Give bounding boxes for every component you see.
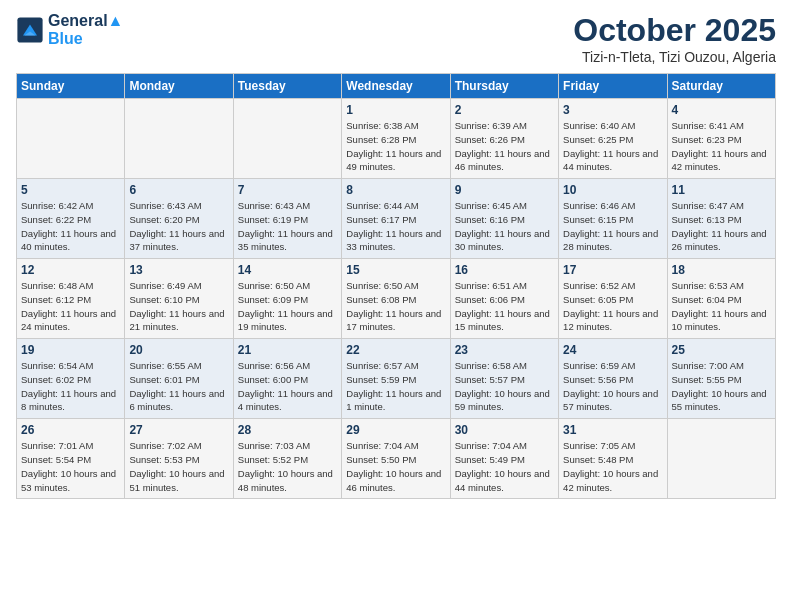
day-number: 11 [672, 183, 771, 197]
day-number: 9 [455, 183, 554, 197]
header-day-thursday: Thursday [450, 74, 558, 99]
day-number: 17 [563, 263, 662, 277]
day-number: 29 [346, 423, 445, 437]
day-info: Sunrise: 6:44 AMSunset: 6:17 PMDaylight:… [346, 199, 445, 254]
day-cell: 12Sunrise: 6:48 AMSunset: 6:12 PMDayligh… [17, 259, 125, 339]
header-day-friday: Friday [559, 74, 667, 99]
day-cell: 6Sunrise: 6:43 AMSunset: 6:20 PMDaylight… [125, 179, 233, 259]
header-day-saturday: Saturday [667, 74, 775, 99]
calendar-container: General▲ Blue October 2025 Tizi-n-Tleta,… [0, 0, 792, 612]
day-info: Sunrise: 6:45 AMSunset: 6:16 PMDaylight:… [455, 199, 554, 254]
day-number: 2 [455, 103, 554, 117]
day-number: 22 [346, 343, 445, 357]
week-row-2: 12Sunrise: 6:48 AMSunset: 6:12 PMDayligh… [17, 259, 776, 339]
day-info: Sunrise: 6:53 AMSunset: 6:04 PMDaylight:… [672, 279, 771, 334]
day-info: Sunrise: 6:50 AMSunset: 6:08 PMDaylight:… [346, 279, 445, 334]
day-cell: 17Sunrise: 6:52 AMSunset: 6:05 PMDayligh… [559, 259, 667, 339]
day-cell: 31Sunrise: 7:05 AMSunset: 5:48 PMDayligh… [559, 419, 667, 499]
day-info: Sunrise: 6:52 AMSunset: 6:05 PMDaylight:… [563, 279, 662, 334]
day-info: Sunrise: 7:02 AMSunset: 5:53 PMDaylight:… [129, 439, 228, 494]
day-cell: 23Sunrise: 6:58 AMSunset: 5:57 PMDayligh… [450, 339, 558, 419]
header-day-tuesday: Tuesday [233, 74, 341, 99]
day-number: 5 [21, 183, 120, 197]
day-info: Sunrise: 6:49 AMSunset: 6:10 PMDaylight:… [129, 279, 228, 334]
day-cell: 18Sunrise: 6:53 AMSunset: 6:04 PMDayligh… [667, 259, 775, 339]
day-info: Sunrise: 6:43 AMSunset: 6:19 PMDaylight:… [238, 199, 337, 254]
day-number: 20 [129, 343, 228, 357]
day-info: Sunrise: 7:04 AMSunset: 5:50 PMDaylight:… [346, 439, 445, 494]
logo: General▲ Blue [16, 12, 123, 48]
day-cell: 2Sunrise: 6:39 AMSunset: 6:26 PMDaylight… [450, 99, 558, 179]
day-info: Sunrise: 7:05 AMSunset: 5:48 PMDaylight:… [563, 439, 662, 494]
day-cell: 21Sunrise: 6:56 AMSunset: 6:00 PMDayligh… [233, 339, 341, 419]
day-cell: 5Sunrise: 6:42 AMSunset: 6:22 PMDaylight… [17, 179, 125, 259]
day-info: Sunrise: 6:43 AMSunset: 6:20 PMDaylight:… [129, 199, 228, 254]
day-number: 21 [238, 343, 337, 357]
day-info: Sunrise: 6:57 AMSunset: 5:59 PMDaylight:… [346, 359, 445, 414]
day-cell: 1Sunrise: 6:38 AMSunset: 6:28 PMDaylight… [342, 99, 450, 179]
day-info: Sunrise: 6:56 AMSunset: 6:00 PMDaylight:… [238, 359, 337, 414]
day-info: Sunrise: 6:55 AMSunset: 6:01 PMDaylight:… [129, 359, 228, 414]
day-cell [17, 99, 125, 179]
day-cell: 9Sunrise: 6:45 AMSunset: 6:16 PMDaylight… [450, 179, 558, 259]
day-number: 30 [455, 423, 554, 437]
day-number: 16 [455, 263, 554, 277]
day-info: Sunrise: 6:59 AMSunset: 5:56 PMDaylight:… [563, 359, 662, 414]
day-cell: 30Sunrise: 7:04 AMSunset: 5:49 PMDayligh… [450, 419, 558, 499]
day-cell: 19Sunrise: 6:54 AMSunset: 6:02 PMDayligh… [17, 339, 125, 419]
day-cell: 29Sunrise: 7:04 AMSunset: 5:50 PMDayligh… [342, 419, 450, 499]
day-cell: 3Sunrise: 6:40 AMSunset: 6:25 PMDaylight… [559, 99, 667, 179]
day-cell: 16Sunrise: 6:51 AMSunset: 6:06 PMDayligh… [450, 259, 558, 339]
day-info: Sunrise: 7:03 AMSunset: 5:52 PMDaylight:… [238, 439, 337, 494]
location: Tizi-n-Tleta, Tizi Ouzou, Algeria [573, 49, 776, 65]
day-cell: 24Sunrise: 6:59 AMSunset: 5:56 PMDayligh… [559, 339, 667, 419]
week-row-0: 1Sunrise: 6:38 AMSunset: 6:28 PMDaylight… [17, 99, 776, 179]
day-cell: 10Sunrise: 6:46 AMSunset: 6:15 PMDayligh… [559, 179, 667, 259]
day-number: 27 [129, 423, 228, 437]
week-row-1: 5Sunrise: 6:42 AMSunset: 6:22 PMDaylight… [17, 179, 776, 259]
header-day-wednesday: Wednesday [342, 74, 450, 99]
day-info: Sunrise: 7:04 AMSunset: 5:49 PMDaylight:… [455, 439, 554, 494]
day-number: 15 [346, 263, 445, 277]
day-number: 13 [129, 263, 228, 277]
calendar-table: SundayMondayTuesdayWednesdayThursdayFrid… [16, 73, 776, 499]
day-info: Sunrise: 6:48 AMSunset: 6:12 PMDaylight:… [21, 279, 120, 334]
header: General▲ Blue October 2025 Tizi-n-Tleta,… [16, 12, 776, 65]
day-number: 28 [238, 423, 337, 437]
day-info: Sunrise: 6:39 AMSunset: 6:26 PMDaylight:… [455, 119, 554, 174]
header-day-sunday: Sunday [17, 74, 125, 99]
day-cell [667, 419, 775, 499]
logo-text: General▲ Blue [48, 12, 123, 48]
day-number: 3 [563, 103, 662, 117]
day-cell: 20Sunrise: 6:55 AMSunset: 6:01 PMDayligh… [125, 339, 233, 419]
day-number: 10 [563, 183, 662, 197]
day-number: 7 [238, 183, 337, 197]
title-block: October 2025 Tizi-n-Tleta, Tizi Ouzou, A… [573, 12, 776, 65]
day-cell: 7Sunrise: 6:43 AMSunset: 6:19 PMDaylight… [233, 179, 341, 259]
day-info: Sunrise: 6:50 AMSunset: 6:09 PMDaylight:… [238, 279, 337, 334]
day-info: Sunrise: 6:47 AMSunset: 6:13 PMDaylight:… [672, 199, 771, 254]
day-cell [125, 99, 233, 179]
day-number: 23 [455, 343, 554, 357]
day-info: Sunrise: 6:46 AMSunset: 6:15 PMDaylight:… [563, 199, 662, 254]
day-info: Sunrise: 6:58 AMSunset: 5:57 PMDaylight:… [455, 359, 554, 414]
day-number: 6 [129, 183, 228, 197]
day-cell: 28Sunrise: 7:03 AMSunset: 5:52 PMDayligh… [233, 419, 341, 499]
day-info: Sunrise: 7:00 AMSunset: 5:55 PMDaylight:… [672, 359, 771, 414]
day-number: 4 [672, 103, 771, 117]
day-info: Sunrise: 6:42 AMSunset: 6:22 PMDaylight:… [21, 199, 120, 254]
day-info: Sunrise: 6:41 AMSunset: 6:23 PMDaylight:… [672, 119, 771, 174]
day-cell: 25Sunrise: 7:00 AMSunset: 5:55 PMDayligh… [667, 339, 775, 419]
day-info: Sunrise: 7:01 AMSunset: 5:54 PMDaylight:… [21, 439, 120, 494]
day-info: Sunrise: 6:38 AMSunset: 6:28 PMDaylight:… [346, 119, 445, 174]
day-number: 12 [21, 263, 120, 277]
day-cell: 15Sunrise: 6:50 AMSunset: 6:08 PMDayligh… [342, 259, 450, 339]
day-number: 8 [346, 183, 445, 197]
day-number: 24 [563, 343, 662, 357]
header-row: SundayMondayTuesdayWednesdayThursdayFrid… [17, 74, 776, 99]
day-cell: 22Sunrise: 6:57 AMSunset: 5:59 PMDayligh… [342, 339, 450, 419]
week-row-3: 19Sunrise: 6:54 AMSunset: 6:02 PMDayligh… [17, 339, 776, 419]
month-title: October 2025 [573, 12, 776, 49]
day-cell: 14Sunrise: 6:50 AMSunset: 6:09 PMDayligh… [233, 259, 341, 339]
day-info: Sunrise: 6:54 AMSunset: 6:02 PMDaylight:… [21, 359, 120, 414]
